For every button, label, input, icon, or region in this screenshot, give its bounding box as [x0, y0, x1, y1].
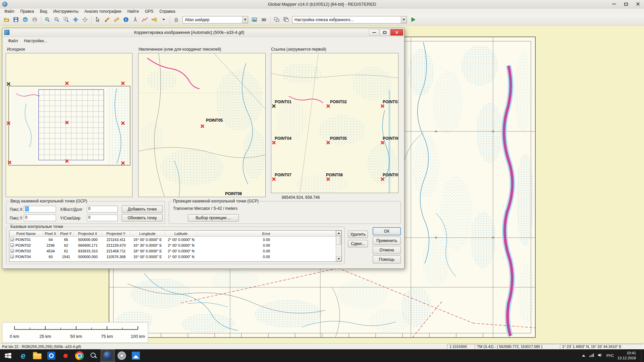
update-point-button[interactable]: Обновить точку: [122, 214, 163, 222]
zoom-box-button[interactable]: [62, 15, 71, 24]
view-shed-button[interactable]: [150, 15, 159, 24]
cascade-windows-button[interactable]: [281, 15, 290, 24]
scroll-thumb[interactable]: [336, 236, 341, 245]
taskbar-photos[interactable]: [129, 349, 143, 362]
menu-item-help[interactable]: Справка: [156, 9, 178, 14]
main-titlebar[interactable]: Global Mapper v14.0 (b100512) [64-bit] -…: [0, 0, 644, 8]
shift-button[interactable]: Сдвиг...: [348, 240, 368, 247]
info-button[interactable]: [121, 15, 130, 24]
tile-windows-button[interactable]: [272, 15, 281, 24]
tray-network[interactable]: [589, 353, 594, 359]
gcp-marker[interactable]: [380, 104, 385, 108]
original-map-panel[interactable]: [6, 53, 132, 197]
zoom-in-button[interactable]: [43, 15, 52, 24]
save-button[interactable]: [11, 15, 20, 24]
row-checkbox[interactable]: [10, 238, 14, 241]
shader-combo[interactable]: Atlas шейдер: [182, 16, 248, 23]
lock-button[interactable]: [172, 15, 181, 24]
gcp-marker[interactable]: [121, 81, 125, 85]
menu-item-edit[interactable]: Правка: [17, 9, 37, 14]
taskbar-red-app[interactable]: [58, 349, 72, 362]
maximize-button[interactable]: [620, 0, 632, 8]
taskbar-global-mapper[interactable]: [101, 349, 115, 362]
row-checkbox[interactable]: [10, 255, 14, 258]
table-scrollbar[interactable]: [336, 231, 341, 261]
taskbar-ie[interactable]: e: [16, 349, 30, 362]
gcp-table-row[interactable]: POINT02 2296 62 666900.171 221229.670 16…: [9, 242, 336, 248]
close-button[interactable]: [632, 0, 644, 8]
pan-button[interactable]: [80, 15, 90, 24]
measure-button[interactable]: [112, 15, 121, 24]
col-pixel-x[interactable]: Pixel X: [43, 231, 58, 236]
col-latitude[interactable]: Latitude: [165, 231, 197, 236]
dialog-menu-file[interactable]: Файл: [5, 38, 21, 44]
dialog-maximize-button[interactable]: [380, 29, 390, 36]
show-desktop-button[interactable]: [641, 349, 643, 362]
taskbar-chrome[interactable]: [72, 349, 87, 362]
menu-item-tools[interactable]: Инструменты: [50, 9, 82, 14]
gcp-marker[interactable]: [380, 177, 385, 181]
path-profile-button[interactable]: [140, 15, 149, 24]
col-longitude[interactable]: Longitude: [130, 231, 165, 236]
delete-button[interactable]: Удалить: [348, 231, 368, 238]
tray-volume[interactable]: [598, 353, 603, 359]
dialog-minimize-button[interactable]: [369, 29, 379, 36]
col-error[interactable]: Error: [197, 231, 336, 236]
language-indicator[interactable]: РУС: [606, 354, 614, 358]
gcp-marker[interactable]: [326, 177, 330, 181]
taskbar-app-tile[interactable]: [44, 349, 58, 362]
col-projected-x[interactable]: Projected X: [74, 231, 102, 236]
easting-input[interactable]: 0: [87, 206, 118, 213]
apply-button[interactable]: Применить: [373, 237, 401, 245]
gcp-marker[interactable]: [6, 82, 11, 86]
digitizer-button[interactable]: [103, 15, 112, 24]
pixel-y-input[interactable]: 0: [24, 215, 56, 221]
gcp-marker[interactable]: [65, 81, 69, 85]
menu-item-terrain-analysis[interactable]: Анализ топографии: [82, 9, 124, 14]
image-adjust-button[interactable]: [250, 15, 259, 24]
gcp-marker[interactable]: [6, 121, 11, 125]
dialog-titlebar[interactable]: Корректировка изображения [Automatic] (5…: [2, 28, 404, 37]
add-point-button[interactable]: Добавить точки: [122, 205, 163, 213]
taskbar-search[interactable]: [87, 349, 101, 362]
favorites-combo[interactable]: Настройка списка избранного...: [292, 16, 407, 23]
taskbar-explorer[interactable]: [30, 349, 44, 362]
gcp-marker[interactable]: [272, 177, 276, 181]
print-button[interactable]: [30, 15, 39, 24]
combo-arrow[interactable]: [242, 16, 248, 23]
minimize-button[interactable]: [608, 0, 620, 8]
taskbar-disc-app[interactable]: [115, 349, 129, 362]
menu-item-gps[interactable]: GPS: [142, 9, 156, 14]
gcp-marker[interactable]: [326, 104, 330, 108]
gcp-marker[interactable]: [272, 140, 276, 145]
zoom-full-button[interactable]: [71, 15, 80, 24]
col-point-name[interactable]: Point Name: [9, 231, 43, 236]
zoomed-map-panel[interactable]: POINT05 POINT08: [138, 53, 266, 197]
scroll-down-arrow[interactable]: [336, 256, 341, 261]
scroll-up-arrow[interactable]: [336, 231, 341, 236]
start-button[interactable]: [0, 349, 16, 362]
three-d-view-button[interactable]: 3D: [259, 15, 268, 24]
gcp-table-row[interactable]: POINT04 60 1541 500000.000 110576.368 15…: [9, 254, 336, 259]
pixel-x-input[interactable]: 0: [24, 206, 56, 213]
select-projection-button[interactable]: Выбор проекции ...: [188, 214, 239, 222]
row-checkbox[interactable]: [10, 249, 14, 253]
dialog-close-button[interactable]: [390, 29, 403, 36]
cancel-button[interactable]: Отмена: [373, 246, 401, 254]
open-button[interactable]: [2, 15, 11, 24]
gcp-table-row[interactable]: POINT03 4534 61 833915.310 221458.711 18…: [9, 248, 336, 254]
run-favorite-button[interactable]: [409, 15, 418, 24]
northing-input[interactable]: 0: [87, 215, 118, 221]
menu-item-search[interactable]: Найти: [124, 9, 142, 14]
help-button[interactable]: Помощь: [373, 255, 401, 263]
tray-show-hidden[interactable]: [582, 355, 585, 357]
menu-item-file[interactable]: Файл: [1, 9, 17, 14]
gcp-marker[interactable]: [7, 160, 12, 165]
combo-arrow[interactable]: [401, 16, 407, 23]
gcp-table-row[interactable]: POINT01 64 65 500000.000 221153.411 15° …: [9, 237, 336, 242]
workspace-button[interactable]: [21, 15, 30, 24]
ok-button[interactable]: ОК: [373, 227, 401, 235]
menu-item-view[interactable]: Вид: [37, 9, 50, 14]
gcp-marker[interactable]: [65, 159, 69, 163]
gcp-marker[interactable]: [380, 140, 385, 145]
